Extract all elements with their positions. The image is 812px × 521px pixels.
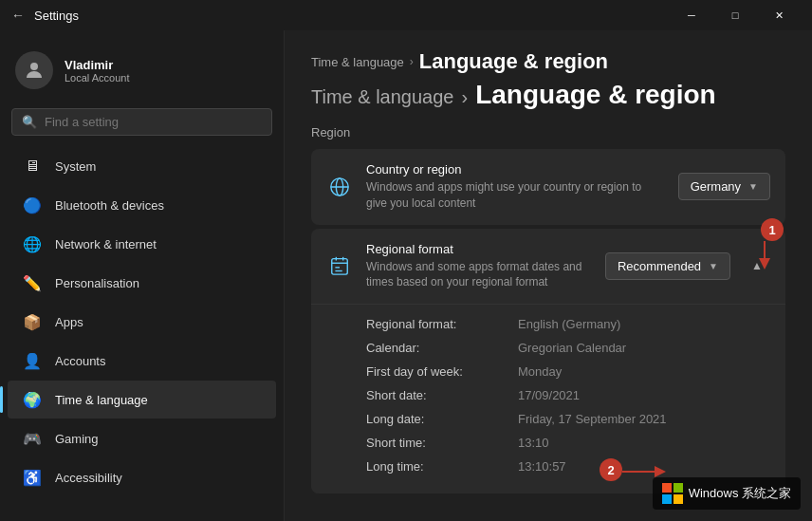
detail-value-calendar: Gregorian Calendar bbox=[518, 341, 626, 355]
detail-value-shorttime: 13:10 bbox=[518, 436, 549, 450]
detail-label-regional: Regional format: bbox=[366, 317, 518, 331]
avatar bbox=[15, 51, 53, 89]
detail-first-day: First day of week: Monday bbox=[366, 360, 770, 383]
maximize-button[interactable]: □ bbox=[713, 0, 757, 30]
user-role: Local Account bbox=[65, 72, 130, 84]
detail-label-longdate: Long date: bbox=[366, 412, 518, 426]
sidebar-label-personalisation: Personalisation bbox=[55, 276, 139, 290]
network-icon: 🌐 bbox=[23, 234, 42, 253]
country-label: Country or region bbox=[366, 162, 665, 177]
detail-value-longdate: Friday, 17 September 2021 bbox=[518, 412, 667, 426]
sidebar-label-bluetooth: Bluetooth & devices bbox=[55, 198, 164, 213]
detail-value-shortdate: 17/09/2021 bbox=[518, 388, 580, 402]
apps-icon: 📦 bbox=[23, 312, 42, 331]
sidebar-item-bluetooth[interactable]: 🔵 Bluetooth & devices bbox=[8, 186, 276, 224]
nav-list: 🖥 System 🔵 Bluetooth & devices 🌐 Network… bbox=[0, 147, 284, 496]
svg-rect-10 bbox=[662, 483, 672, 493]
sidebar-label-accessibility: Accessibility bbox=[55, 471, 122, 485]
country-text: Country or region Windows and apps might… bbox=[366, 162, 665, 212]
sidebar-label-apps: Apps bbox=[55, 315, 83, 329]
sidebar-item-accounts[interactable]: 👤 Accounts bbox=[8, 342, 276, 380]
sidebar-label-accounts: Accounts bbox=[55, 354, 105, 368]
close-button[interactable]: ✕ bbox=[757, 0, 801, 30]
page-header: Time & language › Language & region bbox=[311, 80, 785, 110]
annotation-1: 1 bbox=[761, 218, 784, 241]
sidebar-item-gaming[interactable]: 🎮 Gaming bbox=[8, 419, 276, 457]
sidebar-item-network[interactable]: 🌐 Network & internet bbox=[8, 225, 276, 263]
format-icon bbox=[326, 252, 353, 279]
search-input[interactable] bbox=[45, 115, 262, 129]
annotation-arrow-1 bbox=[751, 241, 780, 270]
bluetooth-icon: 🔵 bbox=[23, 195, 42, 214]
sidebar-label-time_language: Time & language bbox=[55, 393, 148, 407]
country-dropdown[interactable]: Germany ▼ bbox=[678, 173, 770, 200]
detail-calendar: Calendar: Gregorian Calendar bbox=[366, 336, 770, 360]
watermark: Windows 系统之家 bbox=[653, 477, 801, 510]
sidebar-label-system: System bbox=[55, 159, 96, 174]
regional-format-card: Regional format Windows and some apps fo… bbox=[311, 229, 785, 494]
detail-label-shortdate: Short date: bbox=[366, 388, 518, 402]
search-box[interactable]: 🔍 bbox=[11, 108, 272, 136]
back-icon[interactable]: ← bbox=[11, 8, 25, 23]
sidebar: Vladimir Local Account 🔍 🖥 System 🔵 Blue… bbox=[0, 30, 285, 521]
accounts-icon: 👤 bbox=[23, 351, 42, 370]
svg-rect-13 bbox=[674, 494, 683, 504]
country-value: Germany bbox=[691, 179, 741, 194]
annotation-2: 2 bbox=[600, 458, 622, 481]
gaming-icon: 🎮 bbox=[23, 429, 42, 448]
detail-label-firstday: First day of week: bbox=[366, 364, 518, 379]
detail-short-time: Short time: 13:10 bbox=[366, 431, 770, 455]
user-name: Vladimir bbox=[65, 58, 130, 72]
sidebar-item-personalisation[interactable]: ✏️ Personalisation bbox=[8, 264, 276, 302]
watermark-text: Windows 系统之家 bbox=[689, 485, 791, 502]
detail-label-calendar: Calendar: bbox=[366, 341, 518, 355]
detail-label-shorttime: Short time: bbox=[366, 436, 518, 450]
detail-value-firstday: Monday bbox=[518, 364, 562, 379]
country-card: Country or region Windows and apps might… bbox=[311, 149, 785, 225]
sidebar-label-gaming: Gaming bbox=[55, 432, 99, 446]
breadcrumb-current: Language & region bbox=[419, 49, 608, 74]
svg-rect-4 bbox=[332, 259, 348, 275]
personalisation-icon: ✏️ bbox=[23, 273, 42, 292]
accessibility-icon: ♿ bbox=[23, 468, 42, 487]
sidebar-item-accessibility[interactable]: ♿ Accessibility bbox=[8, 458, 276, 496]
detail-regional-format: Regional format: English (Germany) bbox=[366, 312, 770, 336]
globe-icon bbox=[326, 174, 353, 200]
section-heading: Region bbox=[311, 125, 785, 140]
breadcrumb-separator: › bbox=[410, 55, 414, 68]
regional-desc: Windows and some apps format dates and t… bbox=[366, 259, 592, 291]
window-controls: ─ □ ✕ bbox=[670, 0, 801, 30]
search-icon: 🔍 bbox=[22, 115, 37, 129]
detail-short-date: Short date: 17/09/2021 bbox=[366, 383, 770, 407]
regional-text: Regional format Windows and some apps fo… bbox=[366, 242, 592, 291]
app-title: Settings bbox=[34, 9, 79, 23]
breadcrumb-parent-large[interactable]: Time & language bbox=[311, 86, 453, 108]
user-profile[interactable]: Vladimir Local Account bbox=[0, 40, 284, 101]
sidebar-item-apps[interactable]: 📦 Apps bbox=[8, 303, 276, 341]
titlebar: ← Settings ─ □ ✕ bbox=[0, 0, 812, 30]
breadcrumb-parent[interactable]: Time & language bbox=[311, 55, 404, 69]
regional-format-row: Regional format Windows and some apps fo… bbox=[311, 229, 785, 306]
regional-details: Regional format: English (Germany) Calen… bbox=[311, 305, 785, 493]
sidebar-label-network: Network & internet bbox=[55, 237, 157, 251]
regional-value: Recommended bbox=[618, 259, 701, 273]
sidebar-item-system[interactable]: 🖥 System bbox=[8, 147, 276, 185]
regional-dropdown[interactable]: Recommended ▼ bbox=[605, 252, 730, 280]
country-row: Country or region Windows and apps might… bbox=[311, 149, 785, 225]
svg-rect-12 bbox=[662, 494, 672, 504]
svg-rect-11 bbox=[674, 483, 683, 493]
time_language-icon: 🌍 bbox=[23, 390, 42, 409]
detail-long-time: Long time: 13:10:57 bbox=[366, 455, 770, 478]
minimize-button[interactable]: ─ bbox=[670, 0, 713, 30]
sidebar-item-time_language[interactable]: 🌍 Time & language bbox=[8, 381, 276, 419]
detail-label-longtime: Long time: bbox=[366, 459, 518, 474]
regional-label: Regional format bbox=[366, 242, 592, 256]
chevron-down-icon: ▼ bbox=[748, 181, 758, 192]
breadcrumb: Time & language › Language & region bbox=[311, 49, 785, 74]
svg-point-0 bbox=[30, 63, 38, 70]
detail-value-regional: English (Germany) bbox=[518, 317, 620, 331]
user-info: Vladimir Local Account bbox=[65, 58, 130, 84]
main-content: Time & language › Language & region Time… bbox=[285, 30, 812, 521]
breadcrumb-arrow-large: › bbox=[461, 86, 468, 108]
detail-value-longtime: 13:10:57 bbox=[518, 459, 566, 474]
